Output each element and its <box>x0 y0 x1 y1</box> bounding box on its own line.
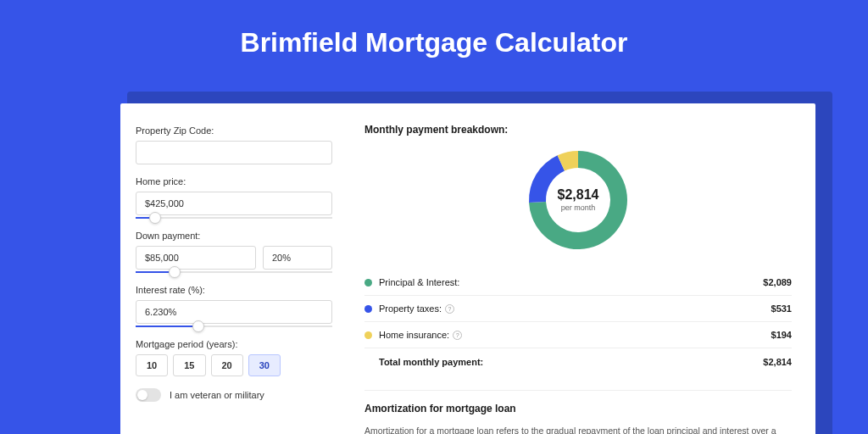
period-btn-20[interactable]: 20 <box>211 354 243 376</box>
rate-slider[interactable] <box>136 326 332 327</box>
breakdown-total-label: Total monthly payment: <box>379 357 763 367</box>
breakdown-panel: Monthly payment breakdown: $2,814 per mo… <box>348 103 815 434</box>
legend-dot <box>364 331 372 339</box>
amort-title: Amortization for mortgage loan <box>364 403 792 415</box>
period-label: Mortgage period (years): <box>136 339 332 349</box>
breakdown-row: Home insurance:?$194 <box>364 322 792 348</box>
down-label: Down payment: <box>136 231 332 241</box>
breakdown-title: Monthly payment breakdown: <box>364 124 792 136</box>
veteran-toggle[interactable] <box>136 388 161 402</box>
rate-slider-thumb[interactable] <box>192 320 204 332</box>
rate-label: Interest rate (%): <box>136 285 332 295</box>
down-group: Down payment: <box>136 231 332 273</box>
down-amount-input[interactable] <box>136 246 256 270</box>
price-slider[interactable] <box>136 217 332 219</box>
veteran-label: I am veteran or military <box>170 390 264 400</box>
rate-slider-fill <box>136 326 198 327</box>
breakdown-total-value: $2,814 <box>763 357 792 367</box>
down-slider-thumb[interactable] <box>169 266 181 278</box>
info-icon[interactable]: ? <box>453 331 462 340</box>
zip-group: Property Zip Code: <box>136 125 332 164</box>
zip-input[interactable] <box>136 141 332 164</box>
donut-wrap: $2,814 per month <box>364 146 792 254</box>
zip-label: Property Zip Code: <box>136 125 332 136</box>
rate-input[interactable] <box>136 300 332 324</box>
breakdown-label: Property taxes:? <box>379 303 771 314</box>
period-btn-10[interactable]: 10 <box>136 354 168 376</box>
period-btn-15[interactable]: 15 <box>173 354 205 376</box>
amort-section: Amortization for mortgage loan Amortizat… <box>364 390 792 434</box>
period-btn-30[interactable]: 30 <box>248 354 281 376</box>
period-group: Mortgage period (years): 10152030 <box>136 339 332 376</box>
donut-center-sub: per month <box>561 203 596 212</box>
price-input[interactable] <box>136 192 332 215</box>
breakdown-label: Principal & Interest: <box>379 277 763 287</box>
legend-dot <box>364 279 372 287</box>
page-title: Brimfield Mortgage Calculator <box>0 0 868 79</box>
donut-center-value: $2,814 <box>558 187 599 202</box>
veteran-row: I am veteran or military <box>136 388 332 402</box>
donut-chart: $2,814 per month <box>524 146 632 254</box>
breakdown-value: $531 <box>771 303 792 314</box>
price-label: Home price: <box>136 176 332 186</box>
price-slider-thumb[interactable] <box>149 212 161 224</box>
breakdown-value: $2,089 <box>763 277 792 287</box>
price-group: Home price: <box>136 176 332 219</box>
breakdown-rows: Principal & Interest:$2,089Property taxe… <box>364 270 792 375</box>
input-panel: Property Zip Code: Home price: Down paym… <box>120 103 348 434</box>
period-options: 10152030 <box>136 354 332 376</box>
breakdown-value: $194 <box>771 330 792 340</box>
amort-text: Amortization for a mortgage loan refers … <box>364 425 792 434</box>
rate-group: Interest rate (%): <box>136 285 332 327</box>
down-slider[interactable] <box>136 271 332 273</box>
down-pct-input[interactable] <box>263 246 332 270</box>
breakdown-row: Property taxes:?$531 <box>364 296 792 322</box>
legend-dot <box>364 305 372 313</box>
breakdown-total-row: Total monthly payment:$2,814 <box>364 348 792 375</box>
info-icon[interactable]: ? <box>445 304 454 314</box>
breakdown-label: Home insurance:? <box>379 330 771 340</box>
breakdown-row: Principal & Interest:$2,089 <box>364 270 792 296</box>
calculator-card: Property Zip Code: Home price: Down paym… <box>120 103 815 434</box>
